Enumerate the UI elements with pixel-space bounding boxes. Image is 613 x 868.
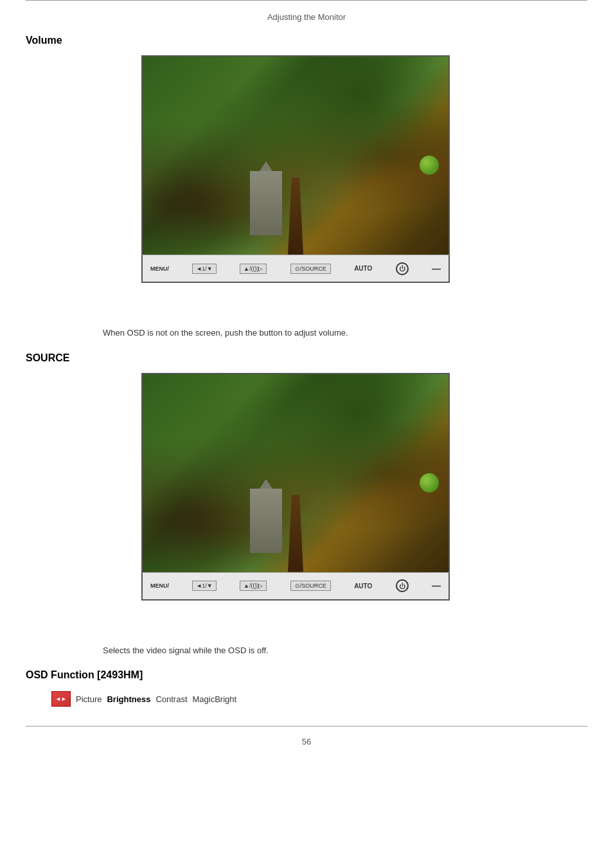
ctrl-auto-vol: AUTO — [354, 265, 372, 272]
volume-monitor-image: MENU/ ◄1/▼ ▲/(())▷ ⊙/SOURCE AUTO ⏻ — — [141, 55, 450, 283]
source-controls-bar: MENU/ ◄1/▼ ▲/(())▷ ⊙/SOURCE AUTO ⏻ — — [141, 572, 450, 601]
ctrl-btn2-vol: ▲/(())▷ — [240, 264, 267, 274]
spacer4 — [0, 616, 613, 631]
ctrl-btn1-vol: ◄1/▼ — [192, 264, 216, 274]
page-container: Adjusting the Monitor Volume MENU/ ◄1/▼ … — [0, 0, 613, 868]
osd-function-heading: OSD Function [2493HM] — [26, 669, 587, 681]
source-screen — [141, 373, 450, 572]
spacer1 — [0, 283, 613, 298]
osd-section: OSD Function [2493HM] ◄► Picture Brightn… — [26, 669, 587, 707]
osd-brightness-label: Brightness — [107, 694, 150, 704]
ctrl-power-src: ⏻ — [396, 579, 409, 592]
top-rule — [26, 0, 587, 6]
source-pagoda-decoration — [250, 489, 282, 553]
ctrl-btn2-src: ▲/(())▷ — [240, 581, 267, 591]
ctrl-source-vol: ⊙/SOURCE — [290, 264, 331, 274]
green-ball-decoration — [420, 156, 439, 175]
source-green-ball-decoration — [420, 473, 439, 493]
bottom-rule — [26, 726, 587, 727]
source-heading: SOURCE — [26, 352, 587, 364]
ctrl-minus-vol: — — [432, 264, 441, 274]
ctrl-auto-src: AUTO — [354, 583, 372, 590]
source-description: Selects the video signal while the OSD i… — [103, 644, 587, 657]
volume-controls-bar: MENU/ ◄1/▼ ▲/(())▷ ⊙/SOURCE AUTO ⏻ — — [141, 255, 450, 283]
page-number: 56 — [0, 732, 613, 759]
osd-menu-bar: ◄► Picture Brightness Contrast MagicBrig… — [51, 691, 587, 707]
menu-label-1: MENU/ — [150, 266, 169, 272]
osd-picture-label: Picture — [76, 694, 102, 704]
volume-description: When OSD is not on the screen, push the … — [103, 327, 587, 339]
osd-magicbright-label: MagicBright — [193, 694, 237, 704]
volume-screen — [141, 55, 450, 255]
page-header: Adjusting the Monitor — [0, 12, 613, 22]
ctrl-minus-src: — — [432, 581, 441, 591]
volume-heading: Volume — [26, 35, 587, 46]
ctrl-power-vol: ⏻ — [396, 262, 409, 275]
spacer2 — [0, 298, 613, 314]
ctrl-btn1-src: ◄1/▼ — [192, 581, 216, 591]
menu-label-2: MENU/ — [150, 583, 169, 589]
ctrl-source-src: ⊙/SOURCE — [290, 581, 331, 591]
source-monitor-image: MENU/ ◄1/▼ ▲/(())▷ ⊙/SOURCE AUTO ⏻ — — [141, 373, 450, 601]
spacer3 — [0, 601, 613, 616]
osd-picture-icon: ◄► — [51, 691, 71, 707]
pagoda-decoration — [250, 171, 282, 235]
osd-contrast-label: Contrast — [155, 694, 187, 704]
